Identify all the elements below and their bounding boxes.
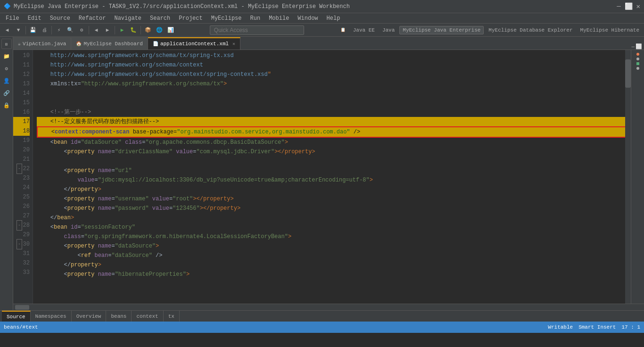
toolbar-btn-6[interactable]: ⚙ [76,25,87,35]
toolbar-btn-5[interactable]: 🔍 [65,25,75,35]
toolbar-btn-11[interactable]: 📊 [165,25,176,35]
toolbar-debug[interactable]: 🐛 [128,25,139,35]
menu-window[interactable]: Window [294,14,322,23]
toolbar-btn-7[interactable]: ◀ [91,25,101,35]
tab-dashboard[interactable]: 🏠 MyEclipse Dashboard [71,37,148,50]
status-position: 17 : 1 [621,324,640,330]
code-line-15 [37,98,640,107]
code-line-10: http://www.springframework.org/schema/tx… [37,51,640,60]
editor-maximize-btn[interactable]: ⬜ [636,43,642,50]
perspective-buttons: 📋 Java EE Java MyEclipse Java Enterprise… [338,25,642,35]
bottom-tab-overview[interactable]: Overview [72,311,107,322]
menu-mobile[interactable]: Mobile [265,14,293,23]
menu-refactor[interactable]: Refactor [75,14,110,23]
tab-close-appcontext[interactable]: ✕ [232,41,235,47]
toolbar-btn-1[interactable]: ◀ [2,25,12,35]
editor-minimize-btn[interactable]: — [631,44,635,50]
persp-icon-1[interactable]: 📋 [338,25,348,35]
tab-appcontext[interactable]: 📄 applicationContext.xml ✕ [148,37,240,50]
persp-java[interactable]: Java [380,26,397,34]
toolbar-sep-3 [89,26,89,34]
menu-edit[interactable]: Edit [24,14,45,23]
menu-myeclipse[interactable]: MyEclipse [207,14,246,23]
ln-30: -30 [13,240,30,249]
scroll-thumb[interactable] [625,59,631,88]
bottom-tab-namespaces[interactable]: Namespaces [31,311,72,322]
code-editor[interactable]: 10 11 12 13 14 15 16 17 18 19 20 21 -22 … [13,50,644,304]
bottom-tabs: Source Namespaces Overview beans context… [0,310,644,322]
line-numbers: 10 11 12 13 14 15 16 17 18 19 20 21 -22 … [13,50,33,304]
bottom-tab-tx[interactable]: tx [164,311,180,322]
ln-12: 12 [13,70,30,79]
code-line-23: value="jdbc:mysql://localhost:3306/db_vi… [37,175,640,185]
code-line-18: <context:component-scan base-package="or… [37,126,640,138]
sidebar-btn-3[interactable]: ⚙ [1,63,12,74]
sidebar-btn-5[interactable]: 🔗 [1,88,12,98]
status-bar: beans/#text Writable Smart Insert 17 : 1 [0,322,644,333]
code-line-32: </property> [37,260,640,270]
toolbar-btn-10[interactable]: 🌐 [154,25,165,35]
horizontal-scrollbar[interactable] [13,304,644,310]
code-line-28: <bean id="sessionFactory" [37,223,640,232]
menu-project[interactable]: Project [175,14,206,23]
gutter-marker-1 [636,53,639,56]
main-area: ▤ 📁 ⚙ 👤 🔗 🔒 ☕ VipAction.java 🏠 MyEclipse… [0,37,644,310]
h-scroll-thumb[interactable] [15,305,29,310]
ln-26: 26 [13,202,30,211]
persp-java-ee[interactable]: Java EE [350,26,378,34]
sidebar-btn-2[interactable]: 📁 [1,51,12,61]
toolbar-btn-8[interactable]: ▶ [102,25,113,35]
ln-29: 29 [13,230,30,240]
status-right: Writable Smart Insert 17 : 1 [548,324,640,330]
ln-11: 11 [13,60,30,70]
ln-18: 18 [13,126,30,136]
code-line-25: <property name="username" value="root"><… [37,194,640,204]
close-button[interactable]: ✕ [636,2,640,10]
sidebar-btn-1[interactable]: ▤ [1,39,12,49]
ln-16: 16 [13,107,30,117]
left-sidebar: ▤ 📁 ⚙ 👤 🔗 🔒 [0,37,13,310]
toolbar-run[interactable]: ▶ [117,25,127,35]
bottom-tab-context[interactable]: context [132,311,163,322]
maximize-button[interactable]: ⬜ [625,2,633,10]
code-line-29: class="org.springframework.orm.hibernate… [37,232,640,241]
code-line-20: <property name="driverClassName" value="… [37,147,640,157]
tab-vipaction[interactable]: ☕ VipAction.java [13,37,71,50]
toolbar-btn-9[interactable]: 📦 [143,25,153,35]
app-icon: 🔷 [4,3,11,10]
bottom-tab-source[interactable]: Source [2,311,31,322]
editor-scrollbar[interactable] [625,50,631,304]
status-path: beans/#text [4,324,38,330]
menu-run[interactable]: Run [247,14,264,23]
ln-19: 19 [13,136,30,145]
ln-21: 21 [13,155,30,164]
quick-access-input[interactable] [210,25,304,35]
menu-source[interactable]: Source [46,14,74,23]
toolbar-btn-3[interactable]: 🖨 [39,25,50,35]
persp-db-explorer[interactable]: MyEclipse Database Explorer [486,26,575,34]
tab-controls: — ⬜ [629,43,644,50]
code-line-24: </property> [37,185,640,194]
sidebar-btn-6[interactable]: 🔒 [1,100,12,110]
persp-hibernate[interactable]: MyEclipse Hibernate [578,26,642,34]
code-line-31: <ref bean="dataSource" /> [37,251,640,260]
toolbar-save[interactable]: 💾 [28,25,38,35]
menu-navigate[interactable]: Navigate [110,14,145,23]
code-line-12: http://www.springframework.org/schema/co… [37,70,640,79]
ln-24: 24 [13,183,30,192]
minimize-button[interactable]: — [617,2,620,10]
toolbar-sep-5 [140,26,141,34]
sidebar-btn-4[interactable]: 👤 [1,75,12,86]
toolbar-btn-2[interactable]: ▼ [13,25,24,35]
toolbar-btn-4[interactable]: ⚡ [54,25,64,35]
menu-help[interactable]: Help [323,14,344,23]
ln-32: 32 [13,258,30,268]
code-line-21 [37,157,640,166]
code-content[interactable]: http://www.springframework.org/schema/tx… [33,50,644,304]
persp-myeclipse[interactable]: MyEclipse Java Enterprise [399,26,484,34]
code-line-33: <property name="hibernateProperties"> [37,270,640,279]
code-line-17: <!--定义服务层代码存放的包扫描路径--> [37,117,640,126]
bottom-tab-beans[interactable]: beans [106,311,132,322]
menu-search[interactable]: Search [146,14,174,23]
menu-file[interactable]: File [2,14,23,23]
